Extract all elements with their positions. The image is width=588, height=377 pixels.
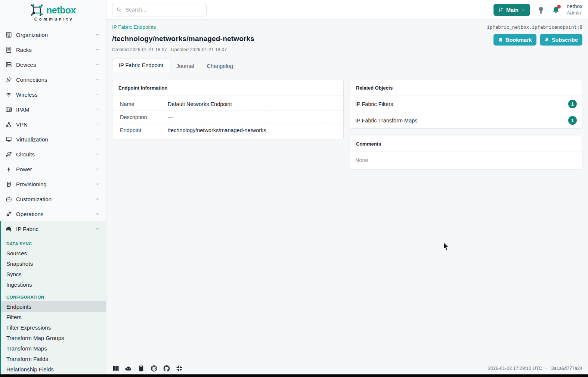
sidebar-item-filters[interactable]: Filters [1,312,106,322]
screen-edge-bar [0,374,588,377]
sidebar-item-label: Power [16,166,95,172]
user-name: netbox [567,3,582,10]
sidebar-item-label: Connections [16,77,95,83]
info-row-label: Description [112,111,165,124]
sidebar-item-provisioning[interactable]: Provisioning [0,177,106,191]
bookmark-icon [498,37,503,43]
git-branch-icon [498,7,504,13]
search-box[interactable] [112,3,207,16]
sidebar-item-transform-map-groups[interactable]: Transform Map Groups [1,333,106,343]
related-object-row[interactable]: IP Fabric Transform Maps1 [350,112,582,128]
netbox-logo-icon [30,4,44,16]
chevron-down-icon [95,92,100,97]
user-role: Admin [567,10,582,16]
notifications-button[interactable] [552,6,560,14]
server-icon [5,61,12,68]
graphql-icon[interactable] [150,365,158,372]
sidebar-item-snapshots[interactable]: Snapshots [1,258,106,269]
sidebar-item-label: Organization [16,32,95,38]
sidebar-item-ingestions[interactable]: Ingestions [1,279,106,290]
related-object-label: IP Fabric Transform Maps [355,118,418,124]
sidebar-item-endpoints[interactable]: Endpoints [1,301,106,312]
user-menu[interactable]: netbox Admin [567,3,582,16]
rest-api-icon[interactable] [125,365,132,372]
sidebar-item-filter-expressions[interactable]: Filter Expressions [1,322,106,333]
sidebar-item-label: Wireless [16,91,95,98]
tab-changelog[interactable]: Changelog [201,60,239,72]
footer-separator: · [546,366,547,371]
sidebar-item-transform-fields[interactable]: Transform Fields [1,353,106,364]
community-icon[interactable] [176,365,183,372]
sidebar-item-transform-maps[interactable]: Transform Maps [1,343,106,353]
chevron-down-icon [95,181,100,187]
netbox-wordmark: netbox [46,5,76,16]
lightbulb-icon [537,6,545,14]
sidebar-item-circuits[interactable]: Circuits [0,147,106,162]
topbar: Main netbox Admin [106,0,588,20]
sidebar-item-label: VPN [16,121,95,128]
submenu-section: CONFIGURATIONEndpointsFiltersFilter Expr… [1,290,106,374]
ipfabric-section: IP Fabric DATA SYNCSourcesSnapshotsSyncs… [0,221,106,374]
plug-icon [5,76,12,83]
sidebar-item-syncs[interactable]: Syncs [1,269,106,279]
tab-ip-fabric-endpoint[interactable]: IP Fabric Endpoint [112,59,170,72]
sidebar-item-sources[interactable]: Sources [1,248,106,258]
sidebar-item-wireless[interactable]: Wireless [0,87,106,102]
sidebar-item-connections[interactable]: Connections [0,72,106,87]
ipfabric-submenu: DATA SYNCSourcesSnapshotsSyncsIngestions… [1,236,106,374]
branch-selector-button[interactable]: Main [493,4,530,16]
sidebar-item-label: IP Fabric [16,226,95,232]
sidebar-item-label: Racks [16,47,95,53]
sidebar-item-racks[interactable]: Racks [0,42,106,57]
chevron-down-icon [95,107,100,112]
submenu-header: DATA SYNC [1,237,106,248]
related-object-row[interactable]: IP Fabric Filters1 [350,96,582,112]
info-row-label: Name [112,98,165,111]
chevron-down-icon [95,211,100,216]
comments-card: Comments None [350,136,582,169]
chevron-down-icon [95,196,100,202]
bell-plus-icon [544,37,550,43]
logo-subtitle: Community [0,17,106,21]
main-area: Main netbox Admin IP Fabric Endpoints ip… [106,0,588,377]
sidebar-item-vpn[interactable]: VPN [0,117,106,132]
sidebar-item-customization[interactable]: Customization [0,191,106,206]
bookmark-label: Bookmark [505,37,532,43]
sidebar-item-label: IPAM [16,106,95,113]
netbox-logo[interactable]: netbox Community [0,0,106,22]
api-docs-icon[interactable] [137,365,145,372]
wifi-icon [5,91,12,98]
breadcrumb[interactable]: IP Fabric Endpoints [112,24,156,30]
sidebar-item-ip-fabric[interactable]: IP Fabric [1,221,106,236]
sidebar-item-label: Operations [16,211,95,217]
chevron-down-icon [95,152,100,157]
chevron-down-icon [95,62,100,67]
docs-icon[interactable] [112,365,120,372]
info-row: Description— [112,111,343,124]
sidebar-item-label: Customization [16,196,95,202]
sidebar-item-organization[interactable]: Organization [0,27,106,42]
subscribe-button[interactable]: Subscribe [540,34,582,46]
tab-journal[interactable]: Journal [170,60,201,72]
submenu-section: DATA SYNCSourcesSnapshotsSyncsIngestions [1,236,106,290]
bookmark-button[interactable]: Bookmark [493,34,536,46]
route-icon [5,151,12,158]
rack-icon [5,46,12,53]
info-row: Endpoint/technology/networks/managed-net… [112,124,343,137]
sidebar-item-devices[interactable]: Devices [0,57,106,72]
github-icon[interactable] [163,365,170,372]
sidebar-item-ipam[interactable]: IPAM [0,102,106,117]
sidebar-item-operations[interactable]: Operations [0,206,106,221]
chevron-down-icon [95,226,100,231]
info-row-label: Endpoint [112,124,165,137]
footer-build-id: 3a1a6d777a24 [551,366,582,371]
sidebar-item-virtualization[interactable]: Virtualization [0,132,106,147]
sidebar-item-label: Devices [16,62,95,68]
theme-toggle-button[interactable] [537,6,545,14]
sidebar-item-power[interactable]: Power [0,162,106,177]
endpoint-information-card: Endpoint Information NameDefault Network… [112,80,344,139]
info-row: NameDefault Networks Endpoint [112,98,343,111]
footer-timestamp: 2026-01-22 17:29:10 UTC [488,366,542,371]
search-input[interactable] [126,7,202,13]
sidebar-item-relationship-fields[interactable]: Relationship Fields [1,364,106,374]
